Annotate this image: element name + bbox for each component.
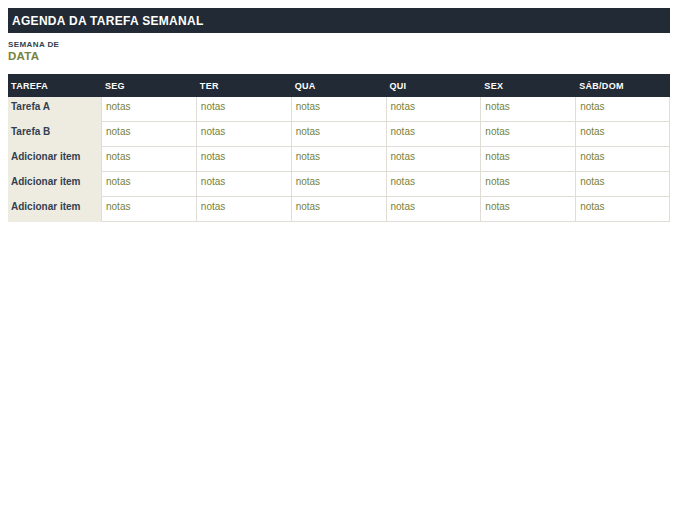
column-header-tarefa: TAREFA — [8, 74, 101, 97]
notes-cell[interactable]: notas — [101, 147, 196, 172]
week-of-label: SEMANA DE — [8, 40, 59, 49]
notes-cell[interactable]: notas — [575, 197, 670, 222]
notes-cell[interactable]: notas — [480, 147, 575, 172]
notes-cell[interactable]: notas — [196, 197, 291, 222]
notes-cell[interactable]: notas — [101, 172, 196, 197]
notes-cell[interactable]: notas — [101, 197, 196, 222]
date-value-cell[interactable]: DATA — [8, 50, 39, 62]
column-header-seg: SEG — [101, 74, 196, 97]
column-header-sab-dom: SÁB/DOM — [575, 74, 670, 97]
add-item-cell[interactable]: Adicionar item — [8, 197, 101, 222]
notes-cell[interactable]: notas — [291, 172, 386, 197]
notes-cell[interactable]: notas — [196, 97, 291, 122]
notes-cell[interactable]: notas — [386, 97, 481, 122]
column-header-ter: TER — [196, 74, 291, 97]
column-header-qua: QUA — [291, 74, 386, 97]
notes-cell[interactable]: notas — [480, 172, 575, 197]
notes-cell[interactable]: notas — [196, 147, 291, 172]
notes-cell[interactable]: notas — [196, 122, 291, 147]
notes-cell[interactable]: notas — [291, 197, 386, 222]
notes-cell[interactable]: notas — [291, 122, 386, 147]
notes-cell[interactable]: notas — [386, 172, 481, 197]
add-item-cell[interactable]: Adicionar item — [8, 172, 101, 197]
notes-cell[interactable]: notas — [480, 197, 575, 222]
notes-cell[interactable]: notas — [575, 122, 670, 147]
add-item-cell[interactable]: Adicionar item — [8, 147, 101, 172]
notes-cell[interactable]: notas — [575, 97, 670, 122]
notes-cell[interactable]: notas — [480, 97, 575, 122]
page-title: AGENDA DA TAREFA SEMANAL — [8, 8, 670, 33]
notes-cell[interactable]: notas — [101, 97, 196, 122]
weekly-task-table: TAREFA SEG TER QUA QUI SEX SÁB/DOM Taref… — [8, 74, 670, 222]
notes-cell[interactable]: notas — [386, 122, 481, 147]
notes-cell[interactable]: notas — [386, 147, 481, 172]
task-cell[interactable]: Tarefa B — [8, 122, 101, 147]
page-title-label: AGENDA DA TAREFA SEMANAL — [12, 14, 204, 28]
notes-cell[interactable]: notas — [101, 122, 196, 147]
notes-cell[interactable]: notas — [291, 147, 386, 172]
notes-cell[interactable]: notas — [196, 172, 291, 197]
task-cell[interactable]: Tarefa A — [8, 97, 101, 122]
notes-cell[interactable]: notas — [480, 122, 575, 147]
column-header-sex: SEX — [480, 74, 575, 97]
page-canvas: AGENDA DA TAREFA SEMANAL SEMANA DE DATA … — [0, 0, 675, 520]
notes-cell[interactable]: notas — [575, 147, 670, 172]
column-header-qui: QUI — [386, 74, 481, 97]
notes-cell[interactable]: notas — [575, 172, 670, 197]
notes-cell[interactable]: notas — [291, 97, 386, 122]
notes-cell[interactable]: notas — [386, 197, 481, 222]
